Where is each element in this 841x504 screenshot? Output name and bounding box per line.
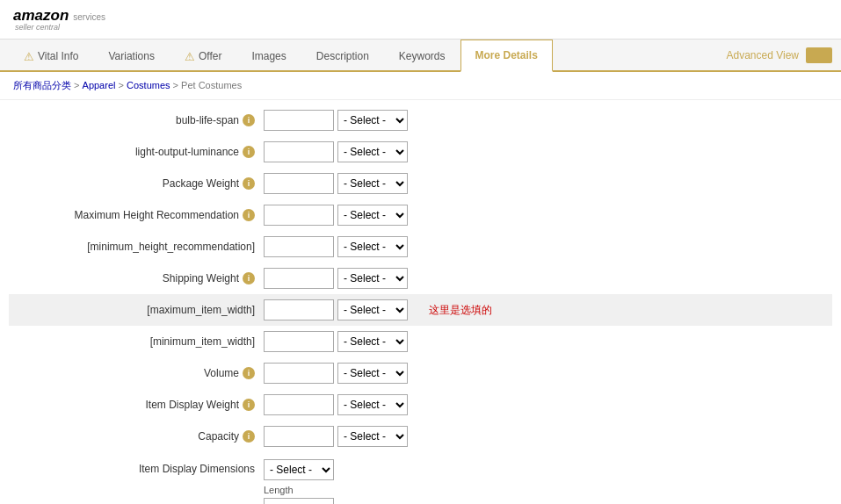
label-item-display-dimensions: Item Display Dimensions bbox=[18, 459, 264, 475]
logo-sub: seller central bbox=[13, 23, 105, 32]
breadcrumb: 所有商品分类 > Apparel > Costumes > Pet Costum… bbox=[0, 72, 841, 100]
form-area: bulb-life-span i - Select - light-output… bbox=[0, 100, 841, 504]
text-item-display-weight[interactable] bbox=[264, 394, 334, 415]
inputs-item-display-weight: - Select - bbox=[264, 394, 408, 415]
label-max-item-width: [maximum_item_width] bbox=[18, 304, 264, 316]
inputs-min-height: - Select - bbox=[264, 236, 408, 257]
label-item-display-weight: Item Display Weight i bbox=[18, 399, 264, 411]
select-min-item-width[interactable]: - Select - bbox=[337, 331, 408, 352]
inputs-min-item-width: - Select - bbox=[264, 331, 408, 352]
advanced-view-toggle[interactable] bbox=[806, 47, 832, 63]
text-min-item-width[interactable] bbox=[264, 331, 334, 352]
breadcrumb-item-1[interactable]: 所有商品分类 bbox=[13, 80, 71, 90]
content-area: bulb-life-span i - Select - light-output… bbox=[0, 100, 841, 504]
inputs-volume: - Select - bbox=[264, 363, 408, 384]
nav-tabs: ⚠ Vital Info Variations ⚠ Offer Images D… bbox=[0, 40, 841, 72]
row-max-item-width: [maximum_item_width] - Select - 这里是选填的 bbox=[9, 294, 832, 326]
breadcrumb-item-4: Pet Costumes bbox=[181, 80, 242, 90]
tab-images[interactable]: Images bbox=[236, 40, 301, 71]
text-bulb-life-span[interactable] bbox=[264, 110, 334, 131]
info-icon-volume[interactable]: i bbox=[243, 367, 255, 379]
tab-variations[interactable]: Variations bbox=[93, 40, 169, 71]
info-icon-light[interactable]: i bbox=[243, 146, 255, 158]
inputs-bulb-life-span: - Select - bbox=[264, 110, 408, 131]
row-capacity: Capacity i - Select - bbox=[9, 421, 832, 452]
row-shipping-weight: Shipping Weight i - Select - bbox=[9, 263, 832, 294]
select-volume[interactable]: - Select - bbox=[337, 363, 408, 384]
info-icon-bulb[interactable]: i bbox=[243, 114, 255, 126]
select-package-weight[interactable]: - Select - bbox=[337, 173, 408, 194]
row-light-output: light-output-luminance i - Select - bbox=[9, 136, 832, 168]
text-volume[interactable] bbox=[264, 363, 334, 384]
logo-main: amazon services bbox=[13, 7, 105, 25]
text-package-weight[interactable] bbox=[264, 173, 334, 194]
row-min-item-width: [minimum_item_width] - Select - bbox=[9, 326, 832, 357]
breadcrumb-item-3[interactable]: Costumes bbox=[127, 80, 170, 90]
label-capacity: Capacity i bbox=[18, 430, 264, 443]
dimension-length-label: Length bbox=[264, 485, 294, 495]
inputs-max-item-width: - Select - 这里是选填的 bbox=[264, 299, 492, 320]
select-max-height[interactable]: - Select - bbox=[337, 205, 408, 226]
text-max-height[interactable] bbox=[264, 205, 334, 226]
info-icon-capacity[interactable]: i bbox=[243, 430, 255, 443]
text-min-height[interactable] bbox=[264, 236, 334, 257]
tab-keywords[interactable]: Keywords bbox=[384, 40, 460, 71]
tab-description[interactable]: Description bbox=[301, 40, 384, 71]
row-max-height: Maximum Height Recommendation i - Select… bbox=[9, 199, 832, 231]
label-min-item-width: [minimum_item_width] bbox=[18, 335, 264, 348]
inputs-max-height: - Select - bbox=[264, 205, 408, 226]
annotation-max-width: 这里是选填的 bbox=[429, 303, 492, 318]
header: amazon services seller central bbox=[0, 0, 841, 40]
row-package-weight: Package Weight i - Select - bbox=[9, 168, 832, 199]
warn-icon-vital: ⚠ bbox=[24, 50, 34, 63]
select-capacity[interactable]: - Select - bbox=[337, 426, 408, 447]
row-bulb-life-span: bulb-life-span i - Select - bbox=[9, 104, 832, 136]
text-shipping-weight[interactable] bbox=[264, 268, 334, 289]
label-bulb-life-span: bulb-life-span i bbox=[18, 114, 264, 126]
dimension-length-input-row bbox=[264, 498, 334, 504]
select-max-item-width[interactable]: - Select - bbox=[337, 299, 408, 320]
label-volume: Volume i bbox=[18, 367, 264, 379]
inputs-capacity: - Select - bbox=[264, 426, 408, 447]
label-shipping-weight: Shipping Weight i bbox=[18, 272, 264, 284]
text-max-item-width[interactable] bbox=[264, 299, 334, 320]
info-icon-shipping[interactable]: i bbox=[243, 272, 255, 284]
label-light-output: light-output-luminance i bbox=[18, 146, 264, 158]
inputs-light-output: - Select - bbox=[264, 141, 408, 162]
dimension-select-row: - Select - bbox=[264, 459, 334, 480]
select-shipping-weight[interactable]: - Select - bbox=[337, 268, 408, 289]
nav-right: Advanced View bbox=[727, 47, 833, 63]
advanced-view-label: Advanced View bbox=[727, 49, 800, 61]
row-item-display-dimensions: Item Display Dimensions - Select - Lengt… bbox=[9, 452, 832, 504]
text-light-output[interactable] bbox=[264, 141, 334, 162]
warn-icon-offer: ⚠ bbox=[185, 50, 195, 63]
row-volume: Volume i - Select - bbox=[9, 357, 832, 389]
logo: amazon services seller central bbox=[13, 7, 105, 32]
select-light-output[interactable]: - Select - bbox=[337, 141, 408, 162]
inputs-shipping-weight: - Select - bbox=[264, 268, 408, 289]
label-min-height: [minimum_height_recommendation] bbox=[18, 241, 264, 253]
label-package-weight: Package Weight i bbox=[18, 177, 264, 190]
select-item-display-dimensions[interactable]: - Select - bbox=[264, 459, 334, 480]
row-min-height: [minimum_height_recommendation] - Select… bbox=[9, 231, 832, 263]
inputs-item-display-dimensions: - Select - Length - Select - Display Hei… bbox=[264, 459, 565, 504]
select-item-display-weight[interactable]: - Select - bbox=[337, 394, 408, 415]
select-bulb-life-span[interactable]: - Select - bbox=[337, 110, 408, 131]
label-max-height: Maximum Height Recommendation i bbox=[18, 209, 264, 221]
tab-vital-info[interactable]: ⚠ Vital Info bbox=[9, 40, 93, 72]
inputs-package-weight: - Select - bbox=[264, 173, 408, 194]
tab-offer[interactable]: ⚠ Offer bbox=[170, 40, 236, 72]
tab-more-details[interactable]: More Details bbox=[460, 40, 553, 72]
info-icon-max-height[interactable]: i bbox=[243, 209, 255, 221]
text-length[interactable] bbox=[264, 498, 334, 504]
text-capacity[interactable] bbox=[264, 426, 334, 447]
breadcrumb-item-2[interactable]: Apparel bbox=[83, 80, 116, 90]
info-icon-package[interactable]: i bbox=[243, 177, 255, 190]
row-item-display-weight: Item Display Weight i - Select - bbox=[9, 389, 832, 421]
info-icon-display-weight[interactable]: i bbox=[243, 399, 255, 411]
select-min-height[interactable]: - Select - bbox=[337, 236, 408, 257]
